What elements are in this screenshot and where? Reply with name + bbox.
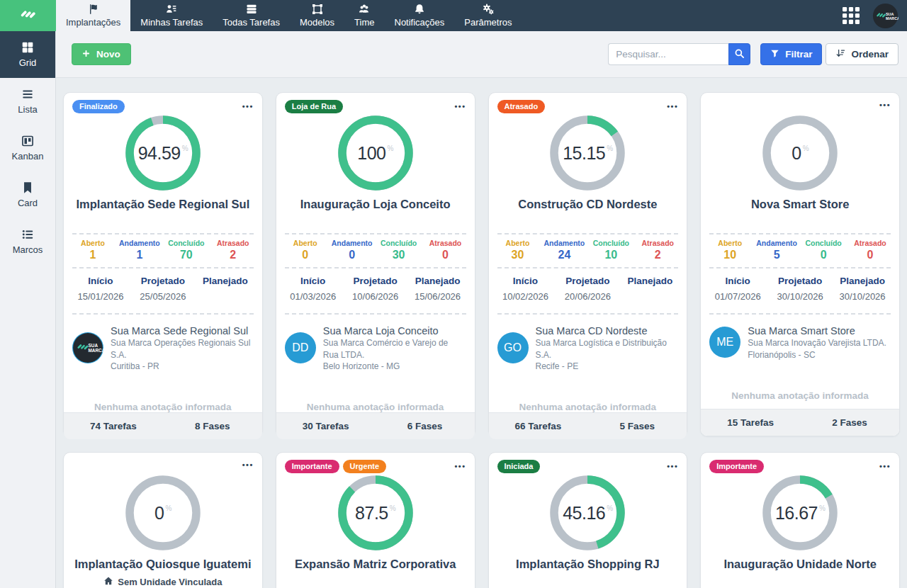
progress-value: 16.67 <box>775 503 818 524</box>
progress-donut: 16.67% <box>762 475 838 550</box>
search-button[interactable] <box>728 43 750 65</box>
divider <box>285 233 466 234</box>
svg-text:MARCA: MARCA <box>89 348 103 353</box>
card-title: Inauguração Unidade Norte <box>709 557 891 572</box>
sidebar-item-card[interactable]: Card <box>0 171 55 218</box>
tab-flag[interactable]: Implantações <box>56 0 130 31</box>
milestones-icon <box>21 228 34 241</box>
search-input[interactable] <box>608 43 728 65</box>
tab-label: Time <box>354 17 374 28</box>
sidebar-item-label: Kanban <box>12 151 44 162</box>
company-org: Sua Marca Logística e Distribuição S.A. <box>536 337 679 360</box>
card-menu-button[interactable]: ••• <box>241 101 255 112</box>
date-label: Projetado <box>556 276 619 286</box>
card-menu-button[interactable]: ••• <box>453 101 467 112</box>
tab-label: Parâmetros <box>464 17 512 28</box>
status-badge: Atrasado <box>497 100 546 113</box>
company-city: Recife - PE <box>536 361 679 372</box>
divider <box>709 233 891 234</box>
tab-label: Implantações <box>66 17 120 28</box>
divider <box>709 313 891 315</box>
card-title: Implantação Shopping RJ <box>497 557 679 572</box>
progress-value: 0 <box>791 143 801 164</box>
stat-value: 10 <box>587 249 634 261</box>
task-stats: Aberto10Andamento5Concluído0Atrasado0 <box>706 239 894 261</box>
list-icon <box>21 88 34 101</box>
plus-icon <box>82 49 90 60</box>
tab-template[interactable]: Modelos <box>290 0 344 31</box>
card-footer: 15 Tarefas2 Fases <box>701 409 899 436</box>
apps-grid-icon[interactable] <box>843 6 861 25</box>
dates-row: Início10/02/2026Projetado20/06/2026Plane… <box>495 276 682 302</box>
stat-value: 30 <box>495 249 541 261</box>
status-badge: Urgente <box>343 460 387 473</box>
phases-count: 2 Fases <box>800 417 899 428</box>
template-icon <box>312 4 323 15</box>
company-initials-avatar: GO <box>497 332 529 363</box>
sidebar-item-grid[interactable]: Grid <box>0 31 55 78</box>
stat-value: 0 <box>800 249 847 261</box>
tab-label: Notificações <box>395 17 445 28</box>
percent-sign: % <box>607 145 612 152</box>
percent-sign: % <box>388 145 393 152</box>
card-menu-button[interactable]: ••• <box>665 461 680 472</box>
sidebar-item-lista[interactable]: Lista <box>0 78 55 125</box>
tab-user-tasks[interactable]: Minhas Tarefas <box>130 0 213 31</box>
tasks-count: 66 Tarefas <box>489 421 588 431</box>
card-menu-button[interactable]: ••• <box>878 100 892 111</box>
date-label: Início <box>69 276 132 286</box>
stack-icon <box>246 4 257 15</box>
project-card: Loja de Rua•••100%Inauguração Loja Conce… <box>276 92 475 436</box>
new-button-label: Novo <box>96 49 120 60</box>
project-card: ImportanteUrgente•••87.5%Expansão Matriz… <box>276 452 475 588</box>
company-org: Sua Marca Inovação Varejista LTDA. <box>748 337 886 349</box>
date-value: 01/03/2026 <box>282 291 344 302</box>
company-name: Sua Marca CD Nordeste <box>536 324 679 338</box>
team-icon <box>359 4 370 15</box>
app-logo[interactable] <box>0 0 56 31</box>
card-menu-button[interactable]: ••• <box>665 101 680 112</box>
date-label: Projetado <box>344 276 407 286</box>
stat-label: Atrasado <box>847 239 894 247</box>
task-stats: Aberto1Andamento1Concluído70Atrasado2 <box>69 239 257 261</box>
project-card: •••0%Implantação Quiosque IguatemiSem Un… <box>63 452 263 588</box>
card-title: Nova Smart Store <box>709 197 891 212</box>
sidebar-item-kanban[interactable]: Kanban <box>0 125 55 171</box>
percent-sign: % <box>803 145 809 152</box>
badge-list: Atrasado <box>497 100 546 113</box>
stat-label: Atrasado <box>634 239 681 247</box>
tab-label: Minhas Tarefas <box>140 17 203 28</box>
card-title: Implantação Sede Regional Sul <box>72 197 254 212</box>
sidebar-item-label: Marcos <box>13 244 43 255</box>
date-value: 10/02/2026 <box>495 291 557 302</box>
progress-value: 87.5 <box>355 503 388 524</box>
tab-gears[interactable]: Parâmetros <box>454 0 522 31</box>
card-menu-button[interactable]: ••• <box>878 461 892 472</box>
nav-right: SUAMARCA <box>843 0 907 31</box>
company-initials-avatar: DD <box>285 332 316 363</box>
tab-team[interactable]: Time <box>344 0 384 31</box>
new-button[interactable]: Novo <box>72 43 131 65</box>
date-value: 15/06/2026 <box>407 291 469 302</box>
sort-button[interactable]: Ordenar <box>826 43 898 65</box>
phases-count: 8 Fases <box>163 421 262 431</box>
date-label: Planejado <box>194 276 257 286</box>
badge-list: Loja de Rua <box>285 100 343 113</box>
sort-icon <box>835 48 845 60</box>
stat-value: 2 <box>634 249 681 261</box>
stat-label: Concluído <box>587 239 634 247</box>
dates-row: Início01/03/2026Projetado10/06/2026Plane… <box>282 276 469 302</box>
stat-value: 0 <box>329 249 376 261</box>
card-menu-button[interactable]: ••• <box>453 461 467 472</box>
status-badge: Finalizado <box>72 100 125 113</box>
view-sidebar: GridListaKanbanCardMarcos <box>0 31 56 588</box>
card-menu-button[interactable]: ••• <box>241 460 255 470</box>
tab-stack[interactable]: Todas Tarefas <box>213 0 290 31</box>
tab-bell[interactable]: Notificações <box>385 0 455 31</box>
progress-donut: 100% <box>338 115 413 191</box>
user-avatar[interactable]: SUAMARCA <box>872 3 898 29</box>
sidebar-item-marcos[interactable]: Marcos <box>0 218 55 265</box>
filter-button[interactable]: Filtrar <box>760 43 822 65</box>
divider <box>72 313 254 315</box>
tasks-count: 15 Tarefas <box>701 417 800 428</box>
